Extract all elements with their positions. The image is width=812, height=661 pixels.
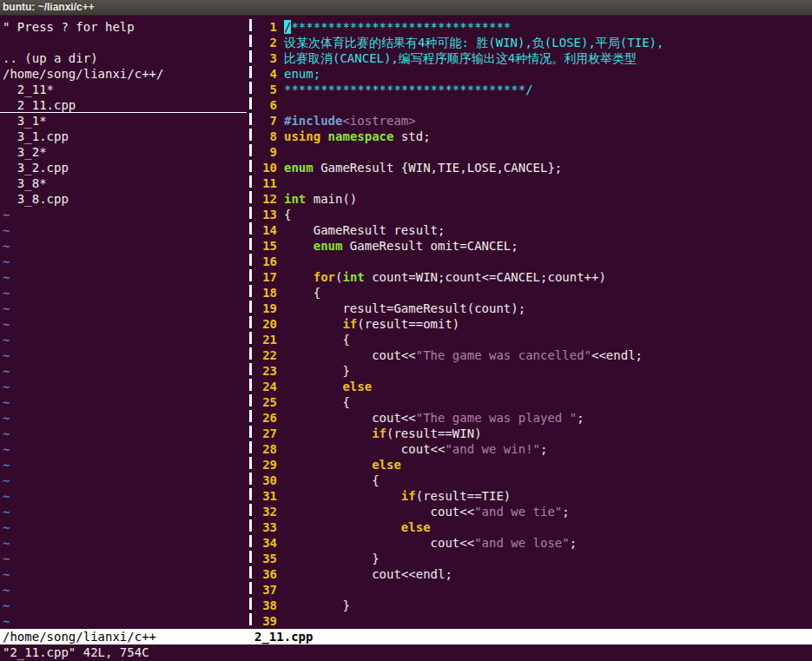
- code-token: <iostream>: [342, 114, 415, 128]
- code-line[interactable]: 4enum;: [254, 66, 812, 82]
- code-line[interactable]: 24 else: [254, 379, 812, 394]
- code-token: GameResult result;: [284, 223, 445, 237]
- empty-line-tilde: ~: [0, 379, 247, 394]
- line-number: 39: [254, 613, 277, 629]
- code-line[interactable]: 34 cout<<"and we lose";: [254, 535, 812, 551]
- code-line[interactable]: 11: [254, 175, 812, 191]
- line-number: 36: [254, 566, 277, 582]
- line-number: 25: [254, 394, 277, 410]
- tree-item-selected[interactable]: 2_11.cpp: [0, 97, 247, 113]
- tree-item[interactable]: .. (up a dir): [0, 50, 247, 66]
- tree-item[interactable]: 3_2.cpp: [0, 160, 247, 175]
- code-token: 比赛取消(CANCEL),编写程序顺序输出这4种情况。利用枚举类型: [284, 51, 637, 65]
- command-line: "2_11.cpp" 42L, 754C: [0, 644, 812, 661]
- window-titlebar[interactable]: buntu: ~/lianxi/c++: [0, 0, 812, 16]
- tree-item[interactable]: 3_1.cpp: [0, 129, 247, 144]
- code-line[interactable]: 35 }: [254, 551, 812, 566]
- line-number: 33: [254, 519, 277, 535]
- code-token: [284, 317, 342, 331]
- code-line[interactable]: 6: [254, 97, 812, 113]
- terminal-window: buntu: ~/lianxi/c++ " Press ? for help..…: [0, 0, 812, 661]
- code-line[interactable]: 18 {: [254, 285, 812, 301]
- code-line[interactable]: 23 }: [254, 363, 812, 379]
- code-line[interactable]: 30 {: [254, 473, 812, 488]
- code-token: {: [284, 208, 291, 221]
- code-token: [284, 489, 401, 503]
- line-number: 20: [254, 316, 277, 332]
- line-number: 30: [254, 473, 277, 488]
- code-token: ;: [577, 411, 584, 425]
- code-token: ;: [570, 536, 577, 550]
- code-token: using: [284, 129, 320, 143]
- code-line[interactable]: 20 if(result==omit): [254, 316, 812, 332]
- statusline[interactable]: /home/song/lianxi/c++ 2_11.cpp: [0, 629, 812, 644]
- code-token: {: [284, 286, 320, 300]
- line-number: 3: [254, 50, 277, 66]
- tree-item[interactable]: " Press ? for help: [0, 19, 247, 35]
- code-line[interactable]: 10enum GameResult {WIN,TIE,LOSE,CANCEL};: [254, 160, 812, 175]
- line-number: 32: [254, 504, 277, 519]
- empty-line-tilde: ~: [0, 473, 247, 488]
- code-token: else: [342, 380, 372, 393]
- code-line[interactable]: 32 cout<<"and we tie";: [254, 504, 812, 519]
- tree-item[interactable]: 3_1*: [0, 113, 247, 129]
- tree-item[interactable]: 3_2*: [0, 144, 247, 160]
- code-line[interactable]: 27 if(result==WIN): [254, 426, 812, 441]
- code-line[interactable]: 26 cout<<"The game was played ";: [254, 410, 812, 426]
- code-token: "The game was cancelled": [416, 348, 591, 362]
- code-line[interactable]: 29 else: [254, 457, 812, 473]
- code-line[interactable]: 1/******************************: [254, 19, 812, 35]
- code-line[interactable]: 28 cout<<"and we win!";: [254, 441, 812, 457]
- tree-item[interactable]: 3_8*: [0, 175, 247, 191]
- line-number: 15: [254, 238, 277, 254]
- code-line[interactable]: 15 enum GameResult omit=CANCEL;: [254, 238, 812, 254]
- tree-item[interactable]: 2_11*: [0, 82, 247, 97]
- code-token: ;: [562, 505, 569, 519]
- code-line[interactable]: 8using namespace std;: [254, 129, 812, 144]
- code-line[interactable]: 19 result=GameResult(count);: [254, 301, 812, 316]
- code-token: enum: [284, 161, 314, 175]
- code-line[interactable]: 31 if(result==TIE): [254, 488, 812, 504]
- code-line[interactable]: 12int main(): [254, 191, 812, 207]
- code-line[interactable]: 39: [254, 613, 812, 629]
- code-token: std;: [393, 129, 430, 143]
- code-line[interactable]: 7#include<iostream>: [254, 113, 812, 129]
- empty-line-tilde: ~: [0, 426, 247, 441]
- line-number: 21: [254, 332, 277, 347]
- code-token: [284, 426, 372, 440]
- code-line[interactable]: 9: [254, 144, 812, 160]
- line-number: 24: [254, 379, 277, 394]
- code-line[interactable]: 14 GameResult result;: [254, 222, 812, 238]
- line-number: 27: [254, 426, 277, 441]
- code-line[interactable]: 5*********************************/: [254, 82, 812, 97]
- code-line[interactable]: 33 else: [254, 519, 812, 535]
- empty-line-tilde: ~: [0, 566, 247, 582]
- code-token: 设某次体育比赛的结果有4种可能: 胜(WIN),负(LOSE),平局(TIE),: [284, 36, 663, 50]
- code-line[interactable]: 16: [254, 254, 812, 269]
- line-number: 12: [254, 191, 277, 207]
- tree-item[interactable]: [0, 35, 247, 50]
- empty-line-tilde: ~: [0, 363, 247, 379]
- code-line[interactable]: 25 {: [254, 394, 812, 410]
- code-line[interactable]: 36 cout<<endl;: [254, 566, 812, 582]
- code-line[interactable]: 21 {: [254, 332, 812, 347]
- code-token: else: [401, 520, 431, 534]
- code-line[interactable]: 13{: [254, 207, 812, 222]
- code-token: [284, 270, 314, 284]
- statusline-left-path: /home/song/lianxi/c++: [3, 629, 156, 644]
- empty-line-tilde: ~: [0, 347, 247, 363]
- code-line[interactable]: 2设某次体育比赛的结果有4种可能: 胜(WIN),负(LOSE),平局(TIE)…: [254, 35, 812, 50]
- code-line[interactable]: 38 }: [254, 598, 812, 613]
- code-line[interactable]: 17 for(int count=WIN;count<=CANCEL;count…: [254, 269, 812, 285]
- tree-item[interactable]: 3_8.cpp: [0, 191, 247, 207]
- vertical-split-separator[interactable]: [249, 19, 252, 629]
- code-line[interactable]: 22 cout<<"The game was cancelled"<<endl;: [254, 347, 812, 363]
- line-number: 37: [254, 582, 277, 598]
- code-line[interactable]: 37: [254, 582, 812, 598]
- code-line[interactable]: 3比赛取消(CANCEL),编写程序顺序输出这4种情况。利用枚举类型: [254, 50, 812, 66]
- empty-line-tilde: ~: [0, 504, 247, 519]
- empty-line-tilde: ~: [0, 254, 247, 269]
- code-token: #include: [284, 114, 342, 128]
- tree-item[interactable]: /home/song/lianxi/c++/: [0, 66, 247, 82]
- code-token: cout<<: [284, 442, 445, 456]
